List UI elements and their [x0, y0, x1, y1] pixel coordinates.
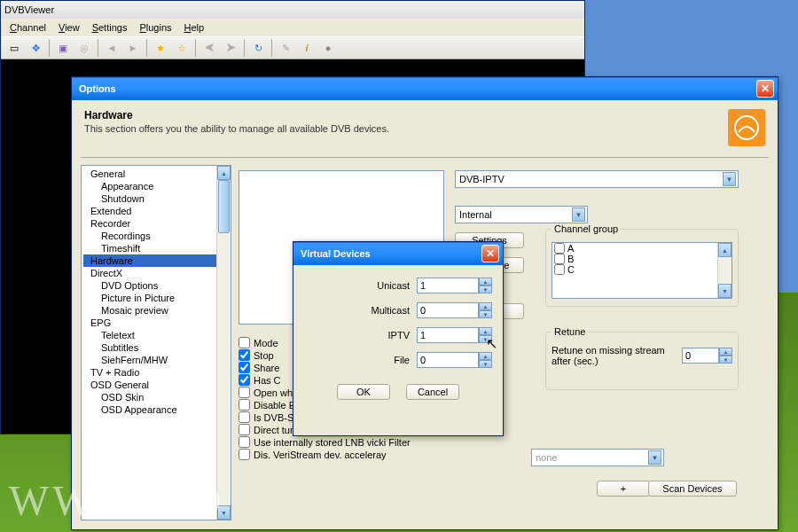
tree-item-osd-appearance[interactable]: OSD Appearance — [83, 403, 229, 416]
scroll-down-icon[interactable]: ▼ — [217, 505, 231, 520]
unicast-spinner[interactable]: ▲▼ — [417, 278, 492, 293]
tb-next-icon[interactable]: ⮞ — [221, 38, 240, 58]
spin-up-icon[interactable]: ▲ — [479, 302, 492, 310]
close-icon[interactable]: ✕ — [756, 80, 774, 98]
add-device-button[interactable]: + — [597, 481, 650, 497]
tuner-dropdown[interactable]: Internal▼ — [455, 206, 588, 223]
tree-item-extended[interactable]: Extended — [83, 205, 229, 217]
spin-up-icon[interactable]: ▲ — [479, 327, 492, 335]
chevron-down-icon[interactable]: ▼ — [648, 450, 661, 465]
chevron-down-icon[interactable]: ▼ — [723, 172, 736, 186]
tb-fav2-icon[interactable]: ☆ — [172, 38, 192, 58]
spin-up-icon[interactable]: ▲ — [719, 348, 732, 356]
tree-item-timeshift[interactable]: Timeshift — [83, 242, 229, 254]
channel-group-item[interactable]: A — [552, 243, 732, 254]
channel-group-item[interactable]: C — [552, 264, 732, 275]
checkbox[interactable] — [239, 337, 250, 348]
tree-item-epg[interactable]: EPG — [83, 317, 229, 329]
multicast-spinner[interactable]: ▲▼ — [417, 302, 492, 318]
chevron-down-icon[interactable]: ▼ — [572, 207, 585, 222]
ok-button[interactable]: OK — [337, 384, 390, 400]
menu-channel[interactable]: Channel — [4, 20, 51, 35]
retune-spinner[interactable]: ▲▼ — [682, 348, 732, 364]
tb-fav1-icon[interactable]: ★ — [151, 38, 170, 58]
tb-prev-icon[interactable]: ⮜ — [200, 38, 219, 58]
spin-down-icon[interactable]: ▼ — [479, 360, 492, 368]
tree-item-subtitles[interactable]: Subtitles — [83, 341, 229, 354]
close-icon[interactable]: ✕ — [481, 245, 499, 262]
tree-item-general[interactable]: General — [83, 168, 229, 180]
checkbox[interactable] — [239, 411, 250, 423]
spin-up-icon[interactable]: ▲ — [479, 352, 492, 360]
tb-fwd-icon[interactable]: ► — [123, 38, 143, 58]
checkbox[interactable] — [554, 254, 565, 264]
menu-plugins[interactable]: Plugins — [134, 20, 176, 35]
iptv-spinner[interactable]: ▲▼ — [417, 327, 492, 343]
tb-rec-icon[interactable]: ● — [318, 38, 338, 58]
spin-down-icon[interactable]: ▼ — [479, 310, 492, 318]
tb-info-icon[interactable]: i — [297, 38, 317, 58]
channel-group-item[interactable]: B — [552, 254, 732, 264]
checkbox[interactable] — [554, 264, 565, 275]
checkbox[interactable] — [554, 243, 565, 254]
tree-item-siehfern-mhw[interactable]: SiehFern/MHW — [83, 354, 229, 366]
cancel-button[interactable]: Cancel — [406, 384, 459, 400]
checkbox[interactable] — [239, 362, 250, 373]
tree-item-osd-general[interactable]: OSD General — [83, 379, 229, 391]
options-titlebar[interactable]: Options ✕ — [72, 77, 778, 100]
tb-refresh-icon[interactable]: ↻ — [248, 38, 268, 58]
menu-settings[interactable]: Settings — [87, 20, 133, 35]
scroll-down-icon[interactable]: ▼ — [718, 284, 732, 298]
category-tree[interactable]: GeneralAppearanceShutdownExtendedRecorde… — [81, 165, 231, 520]
channel-group-list[interactable]: ABC ▲ ▼ — [552, 242, 732, 299]
scroll-up-icon[interactable]: ▲ — [718, 243, 732, 257]
vd-titlebar[interactable]: Virtual Devices ✕ — [293, 242, 503, 265]
tree-item-recorder[interactable]: Recorder — [83, 217, 229, 230]
menu-view[interactable]: View — [53, 20, 85, 35]
tree-item-appearance[interactable]: Appearance — [83, 180, 229, 192]
tb-back-icon[interactable]: ◄ — [102, 38, 121, 58]
tree-item-hardware[interactable]: Hardware — [83, 254, 229, 267]
spin-up-icon[interactable]: ▲ — [479, 278, 492, 286]
option-check-use-internally-stored-lnb-vicki-filter[interactable]: Use internally stored LNB vicki Filter — [239, 436, 411, 448]
option-check-dis-veristream-dev-acceleray[interactable]: Dis. VeriStream dev. acceleray — [239, 449, 411, 460]
tb-tv-icon[interactable]: ▣ — [53, 38, 73, 58]
tree-item-mosaic-preview[interactable]: Mosaic preview — [83, 304, 229, 317]
unicast-input[interactable] — [417, 278, 479, 293]
tree-item-tv-radio[interactable]: TV + Radio — [83, 366, 229, 379]
tree-scrollbar[interactable]: ▲ ▼ — [216, 166, 231, 520]
cg-scrollbar[interactable]: ▲ ▼ — [717, 243, 732, 298]
tb-doc-icon[interactable]: ▭ — [4, 38, 24, 58]
none-dropdown[interactable]: none▼ — [531, 449, 664, 466]
menu-help[interactable]: Help — [179, 20, 210, 35]
tb-fullscreen-icon[interactable]: ✥ — [26, 38, 45, 58]
checkbox[interactable] — [239, 436, 250, 448]
tree-item-shutdown[interactable]: Shutdown — [83, 192, 229, 205]
file-input[interactable] — [417, 352, 479, 368]
spin-down-icon[interactable]: ▼ — [479, 286, 492, 293]
checkbox[interactable] — [239, 374, 250, 386]
tree-item-directx[interactable]: DirectX — [83, 267, 229, 279]
tree-item-dvd-options[interactable]: DVD Options — [83, 279, 229, 292]
iptv-input[interactable] — [417, 327, 479, 343]
spin-down-icon[interactable]: ▼ — [479, 335, 492, 343]
spin-down-icon[interactable]: ▼ — [719, 356, 732, 364]
tree-item-osd-skin[interactable]: OSD Skin — [83, 391, 229, 403]
checkbox[interactable] — [239, 399, 250, 411]
multicast-input[interactable] — [417, 302, 479, 318]
scroll-up-icon[interactable]: ▲ — [217, 166, 231, 180]
tb-edit-icon[interactable]: ✎ — [276, 38, 295, 58]
checkbox[interactable] — [239, 424, 250, 435]
checkbox[interactable] — [239, 387, 250, 398]
file-spinner[interactable]: ▲▼ — [417, 352, 492, 368]
scan-devices-button[interactable]: Scan Devices — [648, 481, 737, 497]
retune-input[interactable] — [682, 348, 719, 364]
scroll-thumb[interactable] — [218, 180, 230, 233]
checkbox[interactable] — [239, 449, 250, 460]
checkbox[interactable] — [239, 349, 250, 361]
tree-item-recordings[interactable]: Recordings — [83, 230, 229, 242]
tree-item-teletext[interactable]: Teletext — [83, 329, 229, 341]
tree-item-picture-in-picture[interactable]: Picture in Picture — [83, 292, 229, 304]
device-type-dropdown[interactable]: DVB-IPTV▼ — [455, 170, 739, 188]
tb-disc-icon[interactable]: ◎ — [74, 38, 94, 58]
